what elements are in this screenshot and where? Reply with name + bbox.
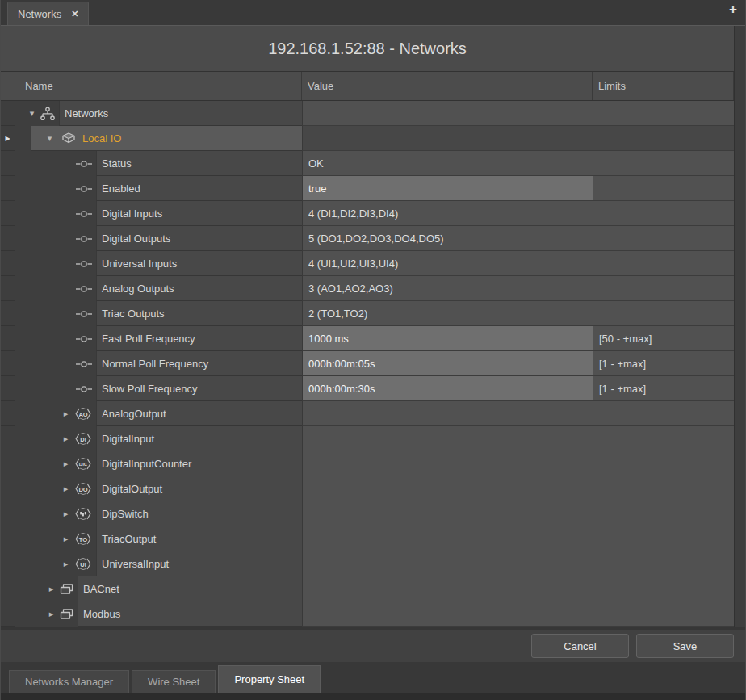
tree-row-bacnet[interactable]: ▸ BACnet [1,576,734,601]
tree-row-local-io[interactable]: ▶ ▾ Local IO [1,126,734,151]
row-gutter[interactable] [1,226,15,251]
value-cell[interactable] [302,401,593,426]
row-gutter[interactable] [1,501,15,526]
tree-row-digitalinput[interactable]: ▸ DI DigitalInput [1,426,734,451]
row-gutter[interactable] [1,201,15,226]
value-cell[interactable] [302,526,593,551]
row-label-cell[interactable]: Status [96,151,302,176]
tree-row-universalinput[interactable]: ▸ UI UniversalInput [1,551,734,576]
row-gutter[interactable] [1,251,15,276]
value-cell[interactable] [302,426,593,451]
row-label-cell[interactable]: Analog Outputs [96,276,302,301]
row-gutter[interactable] [1,476,15,501]
value-cell[interactable] [302,601,593,627]
row-gutter[interactable] [1,551,15,576]
row-label-cell[interactable]: DigitalInput [96,426,302,451]
value-editor[interactable]: 1000 ms [303,326,593,350]
row-gutter[interactable] [1,576,15,601]
row-label-cell[interactable]: Digital Inputs [96,201,302,226]
row-label-cell[interactable]: Modbus [78,601,302,627]
tree-row-digitaloutput[interactable]: ▸ DO DigitalOutput [1,476,734,501]
row-label-cell[interactable]: Normal Poll Frequency [96,351,302,376]
tree-row-digital-outputs[interactable]: Digital Outputs 5 (DO1,DO2,DO3,DO4,DO5) [1,226,734,251]
tree-row-modbus[interactable]: ▸ Modbus [1,601,734,627]
row-gutter[interactable] [1,351,15,376]
row-gutter[interactable] [1,151,15,176]
chevron-right-icon[interactable]: ▸ [61,534,71,543]
chevron-down-icon[interactable]: ▾ [44,134,55,143]
chevron-right-icon[interactable]: ▸ [46,585,57,593]
value-cell[interactable]: 4 (UI1,UI2,UI3,UI4) [302,251,593,276]
value-cell[interactable]: 3 (AO1,AO2,AO3) [302,276,593,301]
value-cell[interactable]: 000h:00m:05s [302,351,593,376]
row-gutter[interactable]: ▶ [1,126,15,151]
value-editor[interactable]: true [303,176,593,200]
tree-row-dipswitch[interactable]: ▸ DipSwitch [1,501,734,526]
row-label-cell[interactable]: Fast Poll Frequency [96,326,302,351]
tree-row-fast-poll-frequency[interactable]: Fast Poll Frequency 1000 ms [50 - +max] [1,326,734,351]
close-icon[interactable]: ✕ [71,9,78,19]
row-gutter[interactable] [1,301,15,326]
row-gutter[interactable] [1,526,15,551]
chevron-right-icon[interactable]: ▸ [61,409,71,418]
column-header-name[interactable]: Name [15,72,302,100]
tree-row-analog-outputs[interactable]: Analog Outputs 3 (AO1,AO2,AO3) [1,276,734,301]
row-label-cell[interactable]: Triac Outputs [96,301,302,326]
row-gutter[interactable] [1,426,15,451]
row-label-cell[interactable]: DigitalOutput [96,476,302,501]
row-label-cell[interactable]: UniversalInput [96,551,302,576]
tree-row-digital-inputs[interactable]: Digital Inputs 4 (DI1,DI2,DI3,DI4) [1,201,734,226]
value-cell[interactable] [302,476,593,501]
value-cell[interactable]: OK [302,151,593,176]
row-gutter[interactable] [1,451,15,476]
chevron-right-icon[interactable]: ▸ [61,509,71,518]
tree-row-triacoutput[interactable]: ▸ TO TriacOutput [1,526,734,551]
tree-row-normal-poll-frequency[interactable]: Normal Poll Frequency 000h:00m:05s [1 - … [1,351,734,376]
row-gutter[interactable] [1,401,15,426]
row-label-cell[interactable]: DipSwitch [96,501,302,526]
chevron-right-icon[interactable]: ▸ [61,560,71,568]
tree-row-slow-poll-frequency[interactable]: Slow Poll Frequency 000h:00m:30s [1 - +m… [1,376,734,401]
row-gutter[interactable] [1,176,15,201]
row-gutter[interactable] [1,376,15,401]
value-cell[interactable]: 000h:00m:30s [302,376,593,401]
value-editor[interactable]: 000h:00m:05s [303,351,593,375]
row-label-cell[interactable]: AnalogOutput [96,401,302,426]
row-label-cell[interactable]: Networks [59,101,302,126]
row-gutter[interactable] [1,276,15,301]
tree-row-universal-inputs[interactable]: Universal Inputs 4 (UI1,UI2,UI3,UI4) [1,251,734,276]
chevron-right-icon[interactable]: ▸ [46,610,57,618]
chevron-down-icon[interactable]: ▾ [27,109,37,118]
tree-row-enabled[interactable]: Enabled true [1,176,734,201]
value-cell[interactable] [302,126,593,151]
row-gutter[interactable] [1,326,15,351]
row-label-cell[interactable]: Slow Poll Frequency [96,376,302,401]
value-cell[interactable] [302,576,593,601]
save-button[interactable]: Save [636,634,734,658]
tab-networks[interactable]: Networks ✕ [7,2,89,25]
row-label-cell[interactable]: ▾ Local IO [31,126,302,151]
row-gutter[interactable] [1,601,15,627]
row-label-cell[interactable]: Universal Inputs [96,251,302,276]
tab-property-sheet[interactable]: Property Sheet [218,665,321,693]
value-editor[interactable]: 000h:00m:30s [303,376,593,400]
value-cell[interactable]: 2 (TO1,TO2) [302,301,593,326]
row-label-cell[interactable]: Enabled [96,176,302,201]
value-cell[interactable] [302,551,593,576]
value-cell[interactable] [302,501,593,526]
column-header-limits[interactable]: Limits [593,72,734,100]
value-cell[interactable] [302,451,593,476]
row-label-cell[interactable]: DigitalInputCounter [96,451,302,476]
value-cell[interactable]: 5 (DO1,DO2,DO3,DO4,DO5) [302,226,593,251]
row-label-cell[interactable]: BACnet [78,576,302,601]
value-cell[interactable] [302,101,593,126]
cancel-button[interactable]: Cancel [531,634,629,658]
value-cell[interactable]: 1000 ms [302,326,593,351]
tree-row-analogoutput[interactable]: ▸ AO AnalogOutput [1,401,734,426]
chevron-right-icon[interactable]: ▸ [61,434,71,443]
tree-row-networks[interactable]: ▾ Networks [1,101,734,126]
tree-row-digitalinputcounter[interactable]: ▸ DIC DigitalInputCounter [1,451,734,476]
chevron-right-icon[interactable]: ▸ [61,484,71,493]
scrollbar-track[interactable] [734,26,745,627]
tab-wire-sheet[interactable]: Wire Sheet [132,670,216,693]
